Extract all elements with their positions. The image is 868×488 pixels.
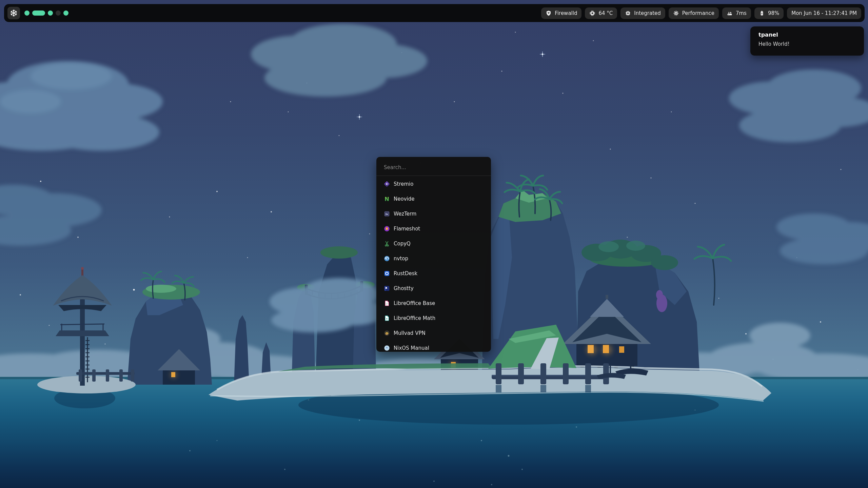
workspace-indicator-2-active[interactable] [32, 11, 45, 16]
mullvad-vpn-icon [383, 330, 390, 337]
status-chip-gpu[interactable]: Integrated [620, 7, 665, 19]
status-label: 64 °C [598, 10, 613, 16]
libreoffice-math-icon [383, 315, 390, 322]
status-label: 7ms [736, 10, 747, 16]
app-label: CopyQ [394, 241, 411, 247]
app-row-libreoffice-math[interactable]: LibreOffice Math [376, 311, 491, 326]
workspace-indicator-3[interactable] [48, 11, 53, 16]
rustdesk-icon [383, 270, 390, 277]
app-row-wezterm[interactable]: $w WezTerm [376, 206, 491, 221]
workspace-indicator-4[interactable] [56, 11, 61, 16]
desktop: Firewalld 64 °C [0, 0, 868, 488]
status-chips: Firewalld 64 °C [541, 7, 861, 19]
status-chip-cpu-temp[interactable]: 64 °C [585, 7, 617, 19]
app-label: Neovide [394, 196, 414, 202]
app-label: LibreOffice Math [394, 315, 435, 321]
stremio-icon [383, 181, 390, 187]
copyq-icon [383, 240, 390, 247]
app-label: nvtop [394, 256, 408, 262]
status-label: Firewalld [555, 10, 577, 16]
nixos-manual-icon [383, 345, 390, 351]
app-label: LibreOffice Base [394, 300, 435, 306]
app-row-copyq[interactable]: CopyQ [376, 236, 491, 251]
app-label: RustDesk [394, 270, 417, 277]
flameshot-icon [383, 225, 390, 232]
app-label: Mullvad VPN [394, 330, 426, 336]
workspace-indicator-5[interactable] [63, 11, 68, 16]
status-label: Integrated [634, 10, 661, 16]
app-row-nvtop[interactable]: nvtop [376, 251, 491, 266]
libreoffice-base-icon [383, 300, 390, 307]
status-chip-power-profile[interactable]: Performance [669, 7, 719, 19]
router-icon [727, 10, 733, 16]
ghostty-icon [383, 285, 390, 292]
workspace-indicators [24, 11, 68, 16]
app-row-stremio[interactable]: Stremio [376, 177, 491, 191]
status-chip-battery[interactable]: 98% [754, 7, 784, 19]
search-input[interactable] [384, 164, 484, 170]
gpu-icon [625, 10, 631, 16]
cpu-icon [589, 10, 595, 16]
wezterm-icon: $w [383, 210, 390, 217]
app-label: Stremio [394, 181, 413, 187]
top-panel: Firewalld 64 °C [4, 4, 865, 22]
app-row-flameshot[interactable]: Flameshot [376, 221, 491, 236]
notification-toast[interactable]: tpanel Hello World! [750, 26, 864, 56]
status-chip-network-latency[interactable]: 7ms [722, 7, 751, 19]
app-row-mullvad-vpn[interactable]: Mullvad VPN [376, 326, 491, 341]
neovide-icon: N [383, 196, 390, 202]
app-row-nixos-manual[interactable]: NixOS Manual [376, 341, 491, 352]
status-chip-firewall[interactable]: Firewalld [541, 7, 581, 19]
shield-icon [546, 10, 552, 16]
nixos-snowflake-icon [9, 9, 18, 17]
app-launcher: Stremio N Neovide $w WezTerm [376, 157, 491, 352]
gear-icon [673, 10, 679, 16]
notification-title: tpanel [758, 32, 856, 38]
app-launcher-button[interactable] [7, 7, 20, 19]
clock-chip[interactable]: Mon Jun 16 - 11:27:41 PM [787, 7, 861, 19]
notification-body: Hello World! [758, 41, 856, 47]
clock-label: Mon Jun 16 - 11:27:41 PM [791, 10, 857, 16]
app-label: NixOS Manual [394, 345, 429, 351]
workspace-indicator-1[interactable] [24, 11, 29, 16]
app-row-neovide[interactable]: N Neovide [376, 191, 491, 206]
app-label: WezTerm [394, 211, 416, 217]
app-row-libreoffice-base[interactable]: LibreOffice Base [376, 296, 491, 311]
nvtop-icon [383, 255, 390, 262]
svg-text:$w: $w [385, 213, 388, 216]
app-row-ghostty[interactable]: Ghostty [376, 281, 491, 296]
search-wrap [376, 157, 491, 176]
app-label: Flameshot [394, 226, 420, 232]
app-list: Stremio N Neovide $w WezTerm [376, 176, 491, 352]
app-row-rustdesk[interactable]: RustDesk [376, 266, 491, 281]
status-label: Performance [682, 10, 714, 16]
battery-icon [759, 10, 765, 16]
svg-text:N: N [384, 196, 389, 202]
status-label: 98% [768, 10, 779, 16]
app-label: Ghostty [394, 285, 414, 291]
